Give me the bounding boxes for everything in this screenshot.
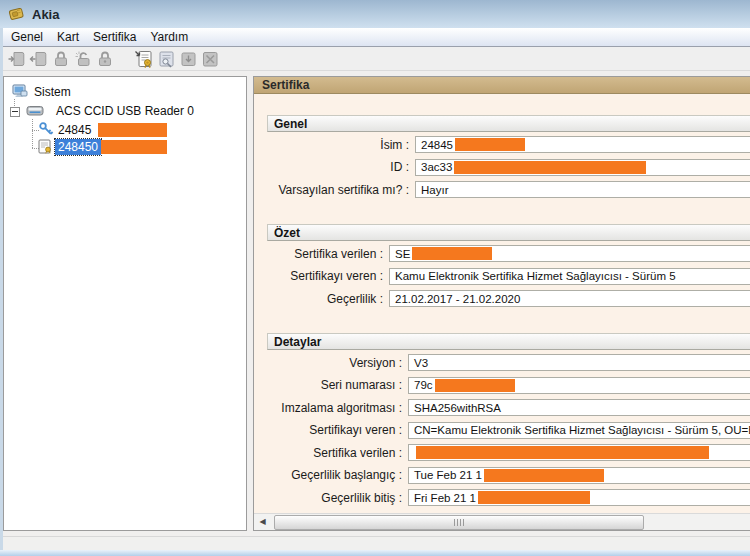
field-row-sertifikayi-veren: Sertifikayı veren : Kamu Elektronik Sert… — [267, 268, 750, 285]
section-header: Detaylar — [267, 333, 750, 350]
field-label: Geçerlilik : — [267, 292, 389, 306]
menubar: Genel Kart Sertifika Yardım — [0, 28, 750, 47]
card-reader-icon — [26, 102, 42, 118]
field-row-sertifika-verilen-detay: Sertifika verilen : — [267, 444, 750, 461]
panel-title: Sertifika — [254, 77, 750, 94]
scrollbar-grip-icon — [454, 519, 464, 526]
status-bar — [3, 536, 750, 550]
field-label: Versiyon : — [267, 356, 408, 370]
field-label: Imzalama algoritması : — [267, 401, 408, 415]
field-value: SE — [395, 248, 410, 260]
field-value: 21.02.2017 - 21.02.2020 — [395, 293, 520, 305]
field-row-gecerlilik: Geçerlilik : 21.02.2017 - 21.02.2020 — [267, 290, 750, 307]
card-insert-icon[interactable] — [6, 48, 27, 69]
field-label: Geçerlilik başlangıç : — [267, 468, 408, 482]
field-isim[interactable]: 24845 — [415, 136, 750, 153]
field-id[interactable]: 3ac33 — [415, 159, 750, 176]
field-varsayilan[interactable]: Hayır — [415, 181, 750, 198]
unlock-icon[interactable] — [72, 48, 93, 69]
lock-icon[interactable] — [50, 48, 71, 69]
section-ozet: Özet Sertifika verilen : SE Sertifikayı … — [267, 224, 750, 307]
field-sertifika-verilen[interactable]: SE — [389, 245, 750, 262]
redaction-overlay — [412, 247, 492, 260]
field-gecerlilik-baslangic[interactable]: Tue Feb 21 1 — [408, 467, 750, 484]
scrollbar-thumb[interactable] — [274, 515, 644, 530]
section-genel: Genel İsim : 24845 ID : 3ac33 Varsayılan… — [267, 115, 750, 198]
export-icon[interactable] — [199, 48, 220, 69]
tree-item-certificate-selected[interactable]: 248450 — [55, 139, 101, 155]
window-frame-bottom — [0, 550, 750, 556]
redaction-overlay — [416, 446, 709, 459]
field-seri-numarasi[interactable]: 79c — [408, 377, 750, 394]
field-value: 3ac33 — [421, 161, 452, 173]
menu-yardim[interactable]: Yardım — [143, 30, 195, 44]
field-sertifikayi-veren[interactable]: Kamu Elektronik Sertifika Hizmet Sağlayı… — [389, 268, 750, 285]
field-value: Fri Feb 21 1 — [414, 492, 476, 504]
field-row-sertifikayi-veren-detay: Sertifikayı veren : CN=Kamu Elektronik S… — [267, 422, 750, 439]
field-row-imzalama: Imzalama algoritması : SHA256withRSA — [267, 399, 750, 416]
field-row-gecerlilik-bitis: Geçerlilik bitiş : Fri Feb 21 1 — [267, 489, 750, 506]
section-header: Genel — [267, 115, 750, 132]
field-label: Sertifikayı veren : — [267, 269, 389, 283]
field-sertifika-verilen-dn[interactable] — [408, 444, 750, 461]
titlebar: Akia — [0, 0, 750, 28]
field-label: Sertifika verilen : — [267, 446, 408, 460]
app-icon — [8, 6, 25, 22]
field-value: Kamu Elektronik Sertifika Hizmet Sağlayı… — [395, 270, 676, 282]
tree-connector — [32, 119, 33, 148]
field-gecerlilik[interactable]: 21.02.2017 - 21.02.2020 — [389, 290, 750, 307]
scroll-left-arrow-icon[interactable]: ◀ — [255, 516, 270, 528]
tree-item-sistem[interactable]: Sistem — [34, 85, 71, 99]
menu-sertifika[interactable]: Sertifika — [86, 30, 143, 44]
field-gecerlilik-bitis[interactable]: Fri Feb 21 1 — [408, 489, 750, 506]
certificate-seal-icon[interactable] — [133, 48, 154, 69]
section-detaylar: Detaylar Versiyon : V3 Seri numarası : 7… — [267, 333, 750, 506]
field-value: 24845 — [421, 139, 453, 151]
collapse-toggle-icon[interactable] — [10, 107, 20, 117]
certificate-view-icon[interactable] — [155, 48, 176, 69]
horizontal-scrollbar[interactable]: ◀ — [254, 513, 750, 530]
field-sertifikayi-veren-dn[interactable]: CN=Kamu Elektronik Sertifika Hizmet Sağl… — [408, 422, 750, 439]
menu-genel[interactable]: Genel — [4, 30, 50, 44]
field-value: Tue Feb 21 1 — [414, 469, 482, 481]
certificate-icon — [37, 139, 53, 155]
redaction-overlay — [98, 123, 167, 137]
field-row-sertifika-verilen: Sertifika verilen : SE — [267, 245, 750, 262]
section-header: Özet — [267, 224, 750, 241]
redaction-overlay — [455, 138, 525, 151]
field-label: Seri numarası : — [267, 378, 408, 392]
field-label: İsim : — [267, 138, 415, 152]
redaction-overlay — [435, 379, 515, 392]
window-title: Akia — [32, 7, 59, 22]
certificate-panel: Sertifika Genel İsim : 24845 ID : 3ac33 … — [253, 76, 750, 531]
field-label: Varsayılan sertifika mı? : — [267, 183, 415, 197]
redaction-overlay — [101, 140, 167, 154]
field-row-isim: İsim : 24845 — [267, 136, 750, 153]
redaction-overlay — [454, 161, 646, 174]
field-row-gecerlilik-baslangic: Geçerlilik başlangıç : Tue Feb 21 1 — [267, 467, 750, 484]
field-row-id: ID : 3ac33 — [267, 159, 750, 176]
field-label: Geçerlilik bitiş : — [267, 491, 408, 505]
card-remove-icon[interactable] — [28, 48, 49, 69]
import-icon[interactable] — [177, 48, 198, 69]
field-imzalama-algoritmasi[interactable]: SHA256withRSA — [408, 399, 750, 416]
device-tree-panel[interactable]: Sistem ACS CCID USB Reader 0 24845 24845… — [3, 76, 247, 531]
field-value: CN=Kamu Elektronik Sertifika Hizmet Sağl… — [414, 424, 750, 436]
redaction-overlay — [478, 491, 590, 504]
field-row-versiyon: Versiyon : V3 — [267, 354, 750, 371]
field-row-seri-numarasi: Seri numarası : 79c — [267, 377, 750, 394]
field-label: Sertifikayı veren : — [267, 423, 408, 437]
field-value: 79c — [414, 379, 433, 391]
menu-kart[interactable]: Kart — [50, 30, 86, 44]
pin-lock-icon[interactable] — [94, 48, 115, 69]
toolbar — [0, 47, 750, 71]
field-versiyon[interactable]: V3 — [408, 354, 750, 371]
key-icon — [38, 121, 54, 137]
tree-item-reader[interactable]: ACS CCID USB Reader 0 — [56, 104, 194, 118]
field-label: ID : — [267, 160, 415, 174]
tree-item-key[interactable]: 24845 — [58, 123, 91, 137]
redaction-overlay — [484, 469, 604, 482]
computer-icon — [12, 83, 28, 99]
field-value: SHA256withRSA — [414, 402, 501, 414]
field-value: V3 — [414, 357, 428, 369]
